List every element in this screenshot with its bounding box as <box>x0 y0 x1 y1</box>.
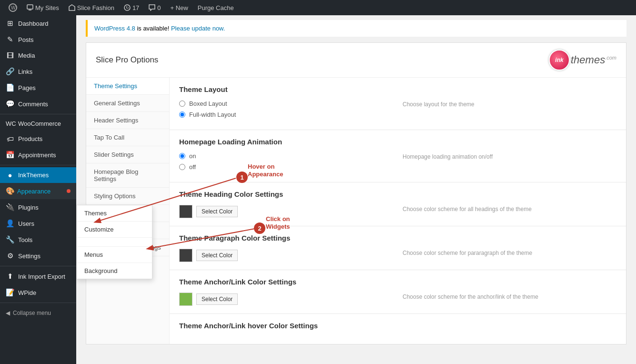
updates-button[interactable]: ↻ 17 <box>119 0 144 15</box>
anchor-color-section: Theme Anchor/Link Color Settings Select … <box>170 270 626 314</box>
slice-settings-panel: Theme Layout Boxed Layout Full-width Lay… <box>170 78 626 344</box>
nav-general-settings[interactable]: General Settings <box>86 95 169 112</box>
paragraph-color-section: Theme Paragraph Color Settings Select Co… <box>170 226 626 270</box>
sidebar-item-media[interactable]: 🎞 Media <box>0 48 76 63</box>
settings-icon: ⚙ <box>6 252 14 260</box>
theme-layout-help: Choose layout for the theme <box>403 100 616 108</box>
purge-cache-button[interactable]: Purge Cache <box>193 0 239 15</box>
plugins-icon: 🔌 <box>6 203 14 212</box>
update-notice: WordPress 4.8 is available! Please updat… <box>86 20 626 37</box>
users-icon: 👤 <box>6 219 14 228</box>
anim-on-row: on <box>179 152 393 160</box>
sidebar-item-appointments[interactable]: 📅 Appointments <box>0 147 76 163</box>
wpide-icon: 📝 <box>6 288 14 297</box>
boxed-layout-label[interactable]: Boxed Layout <box>189 100 227 107</box>
full-width-layout-row: Full-width Layout <box>179 111 393 118</box>
anchor-color-btn[interactable]: Select Color <box>196 293 238 305</box>
anim-off-label[interactable]: off <box>189 163 196 171</box>
comments-sidebar-icon: 💬 <box>6 100 14 108</box>
fullwidth-layout-label[interactable]: Full-width Layout <box>189 111 236 118</box>
theme-layout-section: Theme Layout Boxed Layout Full-width Lay… <box>170 78 626 130</box>
inkthemes-logo: ink themes.com <box>549 50 616 71</box>
svg-text:W: W <box>11 5 16 10</box>
sidebar-item-inkthemes[interactable]: ● InkThemes <box>0 167 76 183</box>
paragraph-color-swatch[interactable] <box>179 249 192 262</box>
sidebar-item-wpide[interactable]: 📝 WPide <box>0 284 76 301</box>
comments-count: 0 <box>157 4 161 11</box>
comments-button[interactable]: 0 <box>144 0 165 15</box>
nav-styling-options[interactable]: Styling Options <box>86 188 169 205</box>
collapse-icon: ◀ <box>6 310 10 316</box>
heading-color-title: Theme Heading Color Settings <box>179 190 616 198</box>
theme-layout-inputs: Boxed Layout Full-width Layout <box>179 100 393 122</box>
paragraph-color-btn[interactable]: Select Color <box>196 250 238 261</box>
admin-sidebar: ⊞ Dashboard ✎ Posts 🎞 Media 🔗 Links 📄 Pa… <box>0 15 76 364</box>
heading-color-section: Theme Heading Color Settings Select Colo… <box>170 182 626 226</box>
collapse-menu-button[interactable]: ◀ Collapse menu <box>0 305 76 321</box>
updates-count: 17 <box>132 4 139 11</box>
dropdown-widgets[interactable] <box>77 238 152 247</box>
update-now-link[interactable]: Please update now. <box>171 25 225 32</box>
sidebar-item-appearance[interactable]: 🎨 Appearance <box>0 183 76 199</box>
sidebar-item-links[interactable]: 🔗 Links <box>0 63 76 80</box>
dropdown-customize[interactable]: Customize <box>77 222 152 238</box>
fullwidth-layout-radio[interactable] <box>179 111 185 118</box>
sidebar-item-woocommerce[interactable]: WC WooCommerce <box>0 116 76 131</box>
dropdown-background[interactable]: Background <box>77 263 152 279</box>
anchor-color-swatch[interactable] <box>179 293 192 306</box>
sidebar-item-tools[interactable]: 🔧 Tools <box>0 232 76 248</box>
anchor-color-title: Theme Anchor/Link Color Settings <box>179 278 616 286</box>
sidebar-item-plugins[interactable]: 🔌 Plugins <box>0 199 76 215</box>
tools-icon: 🔧 <box>6 235 14 244</box>
anchor-hover-color-title: Theme Anchor/Link hover Color Settings <box>179 322 616 330</box>
sidebar-item-products[interactable]: 🏷 Products <box>0 131 76 147</box>
logo-themes-text: themes.com <box>571 54 616 66</box>
sidebar-item-dashboard[interactable]: ⊞ Dashboard <box>0 15 76 31</box>
anim-on-radio[interactable] <box>179 153 185 159</box>
wordpress-version-link[interactable]: WordPress 4.8 <box>94 25 135 32</box>
slice-body: Theme Settings General Settings Header S… <box>86 78 626 344</box>
nav-homepage-blog-settings[interactable]: Homepage Blog Settings <box>86 163 169 188</box>
boxed-layout-radio[interactable] <box>179 101 185 107</box>
dropdown-menus[interactable]: Menus <box>77 247 152 263</box>
dashboard-icon: ⊞ <box>6 19 14 28</box>
slice-pro-wrap: Slice Pro Options ink themes.com Theme S… <box>86 42 626 344</box>
nav-theme-settings[interactable]: Theme Settings <box>86 78 169 95</box>
notice-text: is available! <box>137 25 171 32</box>
sidebar-item-posts[interactable]: ✎ Posts <box>0 31 76 48</box>
nav-header-settings[interactable]: Header Settings <box>86 112 169 129</box>
sidebar-item-settings[interactable]: ⚙ Settings <box>0 248 76 264</box>
sidebar-label-dashboard: Dashboard <box>18 20 49 27</box>
nav-slider-settings[interactable]: Slider Settings <box>86 146 169 163</box>
paragraph-color-help: Choose color scheme for pararagraph of t… <box>403 249 616 256</box>
logo-ink-text: ink <box>555 57 563 63</box>
appearance-icon: 🎨 <box>6 187 14 195</box>
anim-on-label[interactable]: on <box>189 152 196 160</box>
svg-rect-2 <box>27 5 33 9</box>
sidebar-item-comments[interactable]: 💬 Comments <box>0 96 76 112</box>
my-sites-button[interactable]: My Sites <box>22 0 64 15</box>
site-name-button[interactable]: Slice Fashion <box>64 0 119 15</box>
homepage-animation-title: Homepage Loading Animation <box>179 138 616 146</box>
nav-tap-to-call[interactable]: Tap To Call <box>86 129 169 146</box>
anim-off-radio[interactable] <box>179 164 185 170</box>
woocommerce-icon: WC <box>6 120 14 127</box>
new-button[interactable]: + New <box>166 0 193 15</box>
anchor-hover-color-section: Theme Anchor/Link hover Color Settings <box>170 314 626 344</box>
heading-color-row: Select Color Choose color scheme for all… <box>179 205 616 218</box>
sidebar-item-pages[interactable]: 📄 Pages <box>0 80 76 96</box>
heading-color-swatch[interactable] <box>179 205 192 218</box>
sidebar-item-ink-import-export[interactable]: ⬆ Ink Import Export <box>0 268 76 284</box>
media-icon: 🎞 <box>6 51 14 60</box>
ink-logo-circle: ink <box>549 50 570 71</box>
homepage-animation-inputs: on off <box>179 152 393 174</box>
main-content: WordPress 4.8 is available! Please updat… <box>76 15 636 364</box>
heading-color-btn[interactable]: Select Color <box>196 206 238 217</box>
anchor-color-help: Choose color scheme for the anchor/link … <box>403 293 616 300</box>
homepage-animation-help: Homepage loading animation on/off <box>403 152 616 160</box>
import-icon: ⬆ <box>6 272 14 281</box>
sidebar-item-users[interactable]: 👤 Users <box>0 215 76 232</box>
products-icon: 🏷 <box>6 135 14 143</box>
wp-logo-button[interactable]: W <box>4 0 22 15</box>
dropdown-themes[interactable]: Themes <box>77 205 152 222</box>
